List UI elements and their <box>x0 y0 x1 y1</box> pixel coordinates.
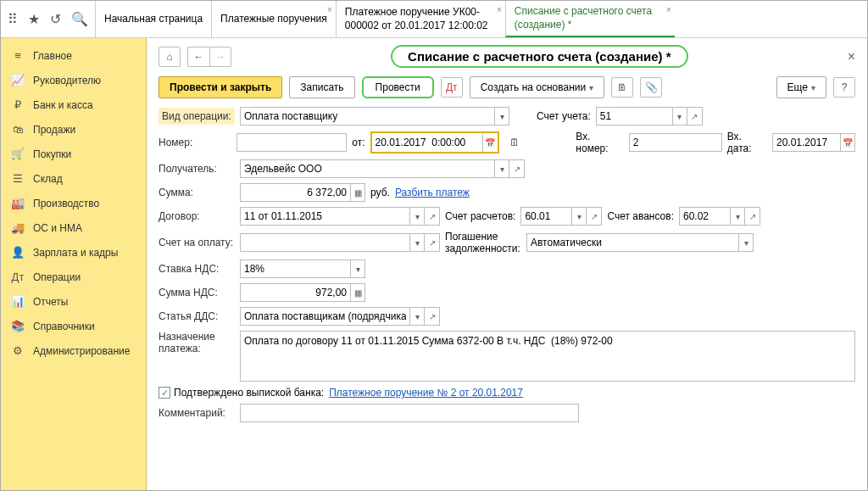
sidebar-item-operations[interactable]: ДтОперации <box>1 265 146 289</box>
chart-icon: 📈 <box>11 74 25 86</box>
sidebar: ≡Главное 📈Руководителю ₽Банк и касса 🛍Пр… <box>1 38 147 490</box>
calendar-icon[interactable]: 📅 <box>840 133 855 152</box>
dropdown-icon[interactable]: ▾ <box>409 207 425 226</box>
calc-icon[interactable]: ▦ <box>350 183 365 202</box>
post-button[interactable]: Провести <box>362 76 434 98</box>
sidebar-item-manager[interactable]: 📈Руководителю <box>1 68 146 92</box>
open-icon[interactable]: ↗ <box>509 159 525 178</box>
gear-icon: ⚙ <box>11 344 25 357</box>
sidebar-item-assets[interactable]: 🚚ОС и НМА <box>1 215 146 240</box>
top-bar: ⠿ ★ ↺ 🔍 Начальная страница Платежные пор… <box>1 1 867 38</box>
close-icon[interactable]: × <box>497 4 502 15</box>
report-icon: 📊 <box>11 295 25 308</box>
open-icon[interactable]: ↗ <box>425 207 440 226</box>
search-icon[interactable]: 🔍 <box>71 11 88 27</box>
number-label: Номер: <box>159 137 231 148</box>
truck-icon: 🚚 <box>11 221 25 234</box>
dropdown-icon[interactable]: ▾ <box>571 207 587 226</box>
tab-writeoff[interactable]: Списание с расчетного счета (создание) *… <box>505 1 675 37</box>
sidebar-item-sales[interactable]: 🛍Продажи <box>1 117 146 142</box>
attach-icon[interactable]: 📎 <box>640 77 662 98</box>
sum-input[interactable] <box>240 183 350 202</box>
help-button[interactable]: ? <box>833 77 855 98</box>
calendar-icon[interactable]: 📅 <box>482 133 498 152</box>
in-date-input[interactable] <box>772 133 840 152</box>
open-icon[interactable]: ↗ <box>587 207 602 226</box>
tab-home[interactable]: Начальная страница <box>95 1 211 37</box>
split-payment-link[interactable]: Разбить платеж <box>395 187 470 198</box>
apps-icon[interactable]: ⠿ <box>8 11 18 27</box>
contract-input[interactable] <box>240 207 409 226</box>
sidebar-item-production[interactable]: 🏭Производство <box>1 191 146 215</box>
advance-account-label: Счет авансов: <box>607 210 674 222</box>
contract-label: Договор: <box>159 210 235 222</box>
sidebar-item-payroll[interactable]: 👤Зарплата и кадры <box>1 240 146 265</box>
doc-icon[interactable]: 🗎 <box>611 77 633 98</box>
confirmed-checkbox[interactable]: ✓ Подтверждено выпиской банка: <box>159 387 324 399</box>
debt-input[interactable] <box>526 233 738 252</box>
open-icon[interactable]: ↗ <box>425 307 440 326</box>
recipient-input[interactable] <box>240 159 494 178</box>
confirmed-link[interactable]: Платежное поручение № 2 от 20.01.2017 <box>329 387 523 399</box>
calc-account-label: Счет расчетов: <box>445 210 515 222</box>
dropdown-icon[interactable]: ▾ <box>409 307 425 326</box>
close-icon[interactable]: × <box>327 4 332 15</box>
post-and-close-button[interactable]: Провести и закрыть <box>159 76 282 98</box>
number-input[interactable] <box>236 133 347 152</box>
dropdown-icon[interactable]: ▾ <box>494 107 509 126</box>
account-input[interactable] <box>596 107 672 126</box>
invoice-input[interactable] <box>240 233 409 252</box>
advance-account-input[interactable] <box>679 207 730 226</box>
save-button[interactable]: Записать <box>289 76 354 98</box>
open-icon[interactable]: ↗ <box>687 107 703 126</box>
dropdown-icon[interactable]: ▾ <box>672 107 687 126</box>
dtkt-button[interactable]: Дт <box>441 77 463 98</box>
comment-input[interactable] <box>240 404 579 422</box>
stack-icon: ☰ <box>11 172 25 185</box>
calc-account-input[interactable] <box>520 207 571 226</box>
toolbar: Провести и закрыть Записать Провести Дт … <box>159 76 855 98</box>
calc-icon[interactable]: ▦ <box>350 283 365 302</box>
date-input[interactable] <box>372 133 482 152</box>
op-type-input[interactable] <box>240 107 494 126</box>
bag-icon: 🛍 <box>11 123 25 136</box>
check-icon: ✓ <box>159 387 170 399</box>
dropdown-icon[interactable]: ▾ <box>494 159 509 178</box>
forward-button[interactable]: → <box>209 47 231 67</box>
more-button[interactable]: Еще <box>776 76 826 98</box>
sidebar-item-purchases[interactable]: 🛒Покупки <box>1 142 146 166</box>
tabs: Начальная страница Платежные поручения ×… <box>95 1 867 37</box>
purpose-textarea[interactable]: Оплата по договору 11 от 01.11.2015 Сумм… <box>240 331 855 382</box>
vat-rate-input[interactable] <box>240 259 350 278</box>
dropdown-icon[interactable]: ▾ <box>738 233 754 252</box>
close-content-button[interactable]: × <box>848 49 855 64</box>
ruble-icon: ₽ <box>11 98 25 111</box>
home-button[interactable]: ⌂ <box>159 47 181 67</box>
close-icon[interactable]: × <box>666 4 671 15</box>
sidebar-item-admin[interactable]: ⚙Администрирование <box>1 338 146 363</box>
open-icon[interactable]: ↗ <box>425 233 440 252</box>
sidebar-item-catalogs[interactable]: 📚Справочники <box>1 314 146 338</box>
dropdown-icon[interactable]: ▾ <box>409 233 425 252</box>
sidebar-item-main[interactable]: ≡Главное <box>1 43 146 68</box>
history-icon[interactable]: ↺ <box>50 11 61 27</box>
dtkt-icon: Дт <box>11 271 25 283</box>
tab-payment-order-doc[interactable]: Платежное поручение УК00-000002 от 20.01… <box>336 1 505 37</box>
vat-sum-input[interactable] <box>240 283 350 302</box>
sidebar-item-bank[interactable]: ₽Банк и касса <box>1 92 146 117</box>
sidebar-item-warehouse[interactable]: ☰Склад <box>1 166 146 191</box>
dropdown-icon[interactable]: ▾ <box>730 207 745 226</box>
create-based-button[interactable]: Создать на основании <box>470 76 605 98</box>
page-title: Списание с расчетного счета (создание) * <box>391 45 687 68</box>
open-icon[interactable]: ↗ <box>745 207 760 226</box>
dds-input[interactable] <box>240 307 409 326</box>
sidebar-item-reports[interactable]: 📊Отчеты <box>1 289 146 314</box>
from-label: от: <box>352 137 364 148</box>
star-icon[interactable]: ★ <box>28 11 40 27</box>
dropdown-icon[interactable]: ▾ <box>350 259 365 278</box>
comment-label: Комментарий: <box>159 407 235 419</box>
tab-payment-orders[interactable]: Платежные поручения × <box>211 1 336 37</box>
in-number-input[interactable] <box>629 133 722 152</box>
back-button[interactable]: ← <box>187 47 209 67</box>
calendar-small-icon[interactable]: 🗓 <box>504 132 526 153</box>
